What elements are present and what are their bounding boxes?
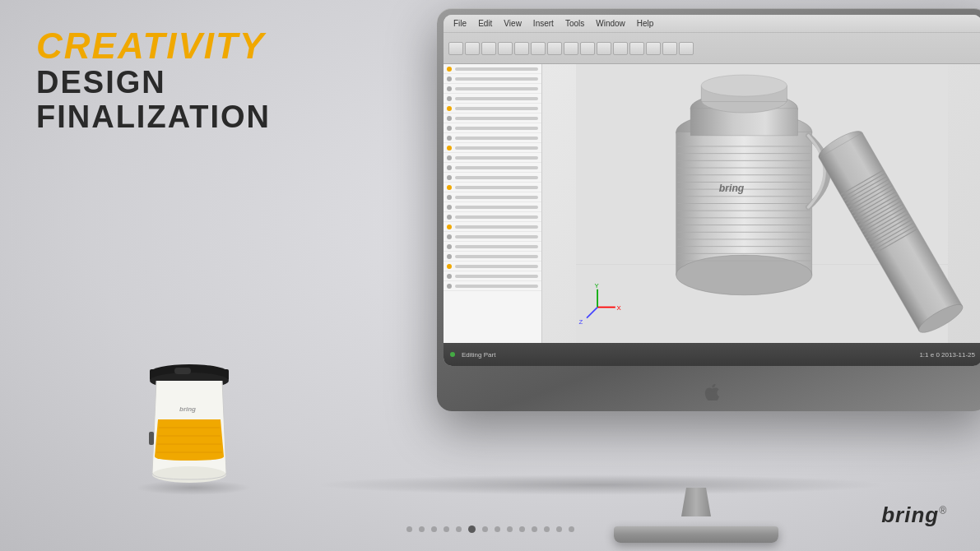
toolbar-icon-6 (531, 42, 546, 55)
sidebar-item (444, 94, 541, 104)
sidebar-item (444, 281, 541, 291)
sidebar-text (455, 127, 538, 130)
sidebar-item (444, 192, 541, 202)
dot-2[interactable] (419, 526, 425, 532)
sidebar-text (455, 265, 538, 268)
svg-rect-67 (149, 432, 154, 445)
status-coords: 1:1 e 0 2013-11-25 (919, 351, 975, 359)
cad-menu-view: View (500, 19, 525, 28)
bring-brand-symbol: ® (939, 505, 947, 516)
dot-9[interactable] (507, 526, 513, 532)
sidebar-item (444, 242, 541, 252)
sidebar-dot (447, 126, 452, 131)
sidebar-item (444, 153, 541, 163)
dot-13[interactable] (556, 526, 562, 532)
sidebar-dot (447, 284, 452, 289)
sidebar-dot (447, 165, 452, 170)
status-text: Editing Part (462, 351, 495, 359)
toolbar-icon-4 (498, 42, 513, 55)
dot-4[interactable] (444, 526, 449, 532)
sidebar-item (444, 183, 541, 192)
toolbar-icon-7 (547, 42, 562, 55)
sidebar-dot (447, 264, 452, 269)
cad-status-bar: Editing Part 1:1 e 0 2013-11-25 (444, 343, 980, 366)
sidebar-text (455, 255, 538, 258)
sidebar-item (444, 104, 541, 113)
sidebar-dot (447, 96, 452, 101)
toolbar-icon-13 (646, 42, 661, 55)
sidebar-dot (447, 76, 452, 81)
dot-8[interactable] (495, 526, 500, 532)
dot-3[interactable] (431, 526, 437, 532)
sidebar-dot (447, 274, 452, 279)
monitor-screen: File Edit View Insert Tools Window Help (444, 15, 980, 366)
toolbar-icon-1 (448, 42, 463, 55)
svg-text:Z: Z (578, 318, 583, 326)
dot-11[interactable] (532, 526, 537, 532)
screen-content: File Edit View Insert Tools Window Help (444, 15, 980, 366)
cad-3d-viewport: bring (542, 64, 980, 343)
toolbar-icon-10 (597, 42, 611, 55)
toolbar-icon-14 (662, 42, 677, 55)
sidebar-dot (447, 244, 452, 249)
cad-menu-insert: Insert (530, 19, 557, 28)
sidebar-dot (447, 185, 452, 190)
sidebar-dot (447, 195, 452, 200)
dot-12[interactable] (544, 526, 550, 532)
sidebar-text (455, 215, 538, 219)
dot-10[interactable] (519, 526, 525, 532)
sidebar-item (444, 133, 541, 143)
sidebar-item (444, 212, 541, 222)
sidebar-text (455, 225, 538, 229)
sidebar-dot (447, 116, 452, 121)
cad-menu-help: Help (634, 19, 657, 28)
3d-model-svg: bring (542, 64, 980, 343)
sidebar-dot (447, 234, 452, 239)
cad-menu-tools: Tools (562, 19, 588, 28)
sidebar-item (444, 143, 541, 153)
sidebar-dot (447, 225, 452, 229)
sidebar-item (444, 123, 541, 133)
monitor-stand-base (614, 526, 778, 543)
svg-text:bring: bring (179, 405, 196, 413)
cad-feature-tree (444, 64, 542, 343)
sidebar-text (455, 107, 538, 110)
cad-icon-toolbar (444, 33, 980, 64)
pagination-dots (406, 526, 574, 533)
svg-point-65 (152, 466, 226, 483)
sidebar-dot (447, 86, 452, 91)
svg-text:X: X (617, 304, 622, 312)
sidebar-text (455, 275, 538, 278)
dot-6[interactable] (468, 526, 476, 533)
sidebar-text (455, 87, 538, 90)
monitor-stand-neck (680, 488, 713, 516)
dot-1[interactable] (406, 526, 412, 532)
sidebar-text (455, 206, 538, 209)
apple-logo-svg (704, 384, 721, 401)
dot-14[interactable] (569, 526, 574, 532)
bring-brand-logo: bring® (881, 502, 947, 528)
monitor-bezel: File Edit View Insert Tools Window Help (437, 8, 980, 411)
sidebar-text (455, 97, 538, 100)
toolbar-icon-11 (613, 42, 628, 55)
sidebar-text (455, 176, 538, 179)
dot-5[interactable] (456, 526, 462, 532)
toolbar-icon-12 (629, 42, 644, 55)
cad-menu-edit: Edit (475, 19, 495, 28)
sidebar-dot (447, 67, 452, 72)
sidebar-item (444, 64, 541, 74)
sidebar-item (444, 271, 541, 281)
toolbar-icon-15 (679, 42, 694, 55)
sidebar-text (455, 137, 538, 140)
sidebar-text (455, 146, 538, 150)
status-indicator (450, 352, 455, 357)
sidebar-text (455, 156, 538, 160)
sidebar-dot (447, 136, 452, 141)
sidebar-dot (447, 106, 452, 111)
cad-menu-bar: File Edit View Insert Tools Window Help (444, 15, 980, 33)
sidebar-item (444, 202, 541, 212)
sidebar-text (455, 196, 538, 199)
dot-7[interactable] (482, 526, 488, 532)
sidebar-text (455, 186, 538, 189)
sidebar-item (444, 113, 541, 123)
